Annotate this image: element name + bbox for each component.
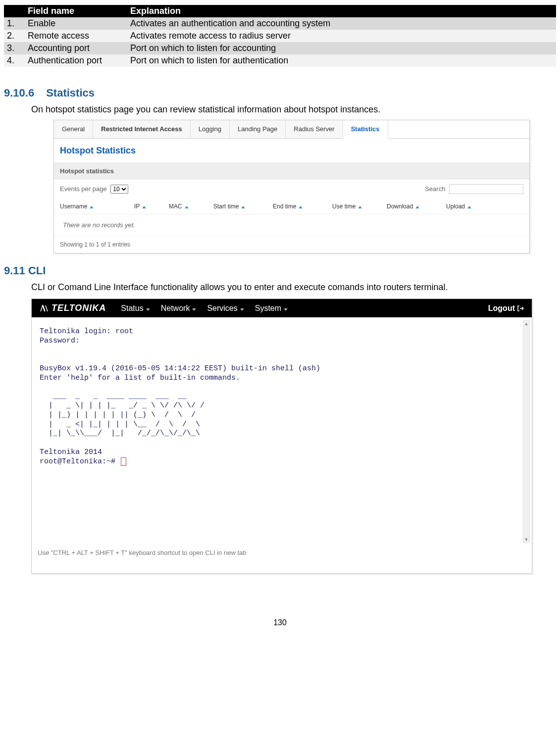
cli-hint-text: Use "CTRL + ALT + SHIFT + T" keyboard sh… <box>32 546 532 573</box>
events-per-page-select[interactable]: 10 <box>110 185 128 194</box>
col-ip[interactable]: IP <box>134 203 169 210</box>
row-expl: Port on which to listen for authenticati… <box>127 54 556 67</box>
table-row: 1. Enable Activates an authentication an… <box>4 17 556 30</box>
terminal-line: | _ \| | | |_ _/ _ \ \/ /\ \/ / <box>40 401 204 410</box>
row-field: Remote access <box>25 30 127 42</box>
section-title: Statistics <box>46 87 95 99</box>
table-header-fieldname: Field name <box>25 5 127 17</box>
cli-navbar: TELTONIKA Status Network Services System… <box>32 299 532 317</box>
stats-controls: Events per page 10 Search <box>54 179 529 199</box>
teltonika-logo: TELTONIKA <box>40 303 106 313</box>
hotspot-statistics-ui: General Restricted Internet Access Loggi… <box>53 120 530 253</box>
logout-button[interactable]: Logout <box>488 304 524 313</box>
col-username[interactable]: Username <box>60 203 134 210</box>
chevron-down-icon <box>191 304 196 313</box>
field-definition-table: Field name Explanation 1. Enable Activat… <box>4 5 556 67</box>
stats-tabs: General Restricted Internet Access Loggi… <box>54 120 529 139</box>
tab-radius-server[interactable]: Radius Server <box>286 120 343 138</box>
tab-statistics[interactable]: Statistics <box>343 120 388 139</box>
tab-restricted-internet-access[interactable]: Restricted Internet Access <box>93 120 191 138</box>
tab-general[interactable]: General <box>54 120 93 138</box>
table-header-num <box>4 5 25 17</box>
row-num: 1. <box>4 17 25 30</box>
scroll-down-icon[interactable]: ▼ <box>523 537 529 543</box>
terminal-line: |_| \_\\___/ |_| /_/_/\_\/_/\_\ <box>40 429 200 438</box>
section-title: CLI <box>28 264 46 277</box>
terminal-line: BusyBox v1.19.4 (2016-05-05 14:14:22 EES… <box>40 364 320 373</box>
sort-icon <box>414 203 419 210</box>
section-heading-cli: 9.11 CLI <box>4 264 556 277</box>
terminal-line: Teltonika 2014 <box>40 448 102 456</box>
chevron-down-icon <box>239 304 244 313</box>
search-input[interactable] <box>449 184 523 194</box>
stats-subhead: Hotspot statistics <box>54 163 529 179</box>
col-start-time[interactable]: Start time <box>213 203 273 210</box>
table-header-explanation: Explanation <box>127 5 556 17</box>
sort-icon <box>184 203 189 210</box>
col-upload[interactable]: Upload <box>446 203 496 210</box>
terminal-line: Teltonika login: root <box>40 327 133 336</box>
section-text: CLI or Comand Line Interface functionali… <box>31 282 556 293</box>
row-expl: Port on which to listen for accounting <box>127 42 556 54</box>
row-field: Accounting port <box>25 42 127 54</box>
col-end-time[interactable]: End time <box>273 203 332 210</box>
nav-system[interactable]: System <box>255 304 288 313</box>
sort-icon <box>357 203 362 210</box>
stats-footer: Showing 1 to 1 of 1 entries <box>54 236 529 253</box>
terminal-line: Enter 'help' for a list of built-in comm… <box>40 374 240 382</box>
sort-icon <box>141 203 146 210</box>
chevron-down-icon <box>283 304 288 313</box>
col-download[interactable]: Download <box>387 203 446 210</box>
table-row: 2. Remote access Activates remote access… <box>4 30 556 42</box>
cli-ui: TELTONIKA Status Network Services System… <box>31 299 532 574</box>
terminal-line: | |_) | | | | | || (_) \ / \ / <box>40 411 200 419</box>
col-use-time[interactable]: Use time <box>332 203 387 210</box>
sort-icon <box>466 203 471 210</box>
cli-terminal[interactable]: Teltonika login: root Password: BusyBox … <box>37 325 532 537</box>
sort-icon <box>298 203 303 210</box>
nav-status[interactable]: Status <box>121 304 150 313</box>
row-expl: Activates remote access to radius server <box>127 30 556 42</box>
events-per-page-control: Events per page 10 <box>60 185 128 194</box>
scroll-up-icon[interactable]: ▲ <box>523 321 529 327</box>
section-number: 9.10.6 <box>4 87 34 99</box>
terminal-line: root@Teltonika:~# <box>40 457 120 466</box>
logout-icon <box>517 305 524 312</box>
scrollbar[interactable]: ▲ ▼ <box>523 320 530 543</box>
events-per-page-label: Events per page <box>60 185 107 193</box>
chevron-down-icon <box>145 304 150 313</box>
row-field: Enable <box>25 17 127 30</box>
row-num: 3. <box>4 42 25 54</box>
row-field: Authentication port <box>25 54 127 67</box>
search-label: Search <box>425 185 445 193</box>
section-text: On hotspot statistics page you can revie… <box>31 104 556 115</box>
col-mac[interactable]: MAC <box>169 203 213 210</box>
sort-icon <box>240 203 245 210</box>
section-heading-statistics: 9.10.6Statistics <box>4 87 556 100</box>
logo-icon <box>40 304 50 312</box>
section-number: 9.11 <box>4 264 25 277</box>
stats-empty-message: There are no records yet. <box>54 214 529 236</box>
nav-network[interactable]: Network <box>161 304 197 313</box>
terminal-line: ___ _ _ ____ ____ ___ __ <box>40 392 187 400</box>
stats-column-headers: Username IP MAC Start time End time Use … <box>54 199 529 214</box>
page-number: 130 <box>4 618 556 627</box>
table-row: 3. Accounting port Port on which to list… <box>4 42 556 54</box>
terminal-line: | _ <| |_| | | | \__ / \ / \ <box>40 420 204 429</box>
cursor-icon <box>121 457 126 466</box>
search-control: Search <box>425 184 523 194</box>
sort-icon <box>89 203 94 210</box>
tab-landing-page[interactable]: Landing Page <box>230 120 286 138</box>
row-expl: Activates an authentication and accounti… <box>127 17 556 30</box>
stats-title: Hotspot Statistics <box>54 139 529 163</box>
terminal-line: Password: <box>40 337 80 345</box>
tab-logging[interactable]: Logging <box>191 120 230 138</box>
table-row: 4. Authentication port Port on which to … <box>4 54 556 67</box>
nav-services[interactable]: Services <box>207 304 244 313</box>
row-num: 2. <box>4 30 25 42</box>
row-num: 4. <box>4 54 25 67</box>
